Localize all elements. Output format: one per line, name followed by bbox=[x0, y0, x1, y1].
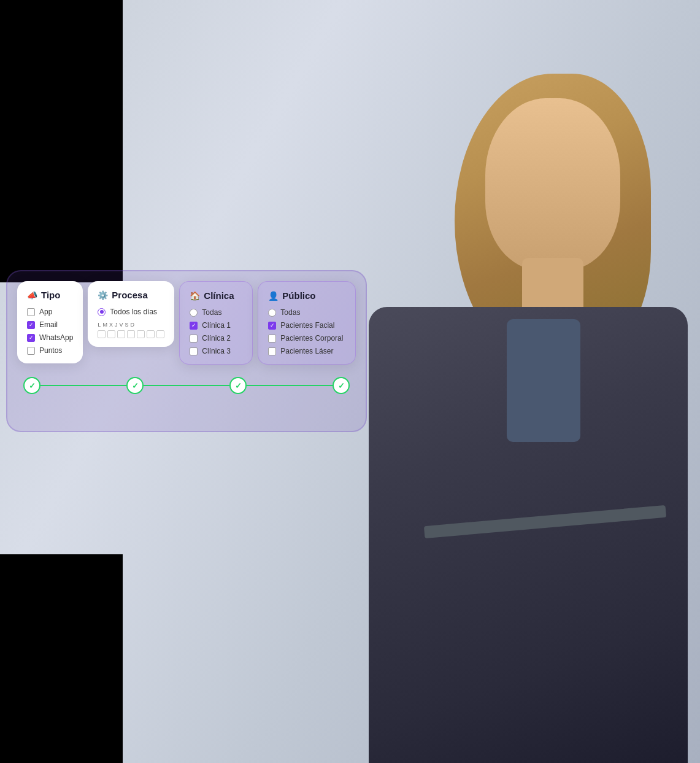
gear-icon: ⚙️ bbox=[98, 290, 108, 300]
clinica-1-checkbox[interactable] bbox=[190, 322, 198, 330]
clinica-3-label: Clínica 3 bbox=[202, 347, 231, 355]
cards-row: 📣 Tipo App Email WhatsApp bbox=[17, 281, 356, 365]
progress-connector-1 bbox=[40, 385, 126, 386]
day-v-checkbox[interactable] bbox=[137, 330, 145, 338]
clinica-2-label: Clínica 2 bbox=[202, 334, 231, 343]
procesa-card: ⚙️ Procesa Todos los días L M X J bbox=[88, 281, 174, 347]
day-m-checkbox[interactable] bbox=[107, 330, 115, 338]
procesa-card-title: Procesa bbox=[112, 290, 147, 300]
clinica-items: Todas Clínica 1 Clínica 2 Clínica 3 bbox=[190, 308, 242, 355]
tipo-whatsapp-item[interactable]: WhatsApp bbox=[27, 333, 73, 342]
procesa-card-header: ⚙️ Procesa bbox=[98, 290, 164, 300]
tipo-email-label: Email bbox=[39, 320, 58, 329]
person-icon: 👤 bbox=[268, 291, 279, 301]
tipo-whatsapp-label: WhatsApp bbox=[39, 333, 73, 342]
day-d-checkbox[interactable] bbox=[156, 330, 164, 338]
day-x-checkbox[interactable] bbox=[117, 330, 125, 338]
clinica-todas-item[interactable]: Todas bbox=[190, 308, 242, 317]
tipo-whatsapp-checkbox[interactable] bbox=[27, 334, 35, 342]
progress-connector-2 bbox=[144, 385, 229, 386]
tipo-puntos-item[interactable]: Puntos bbox=[27, 346, 73, 355]
publico-corporal-checkbox[interactable] bbox=[268, 335, 276, 343]
publico-corporal-item[interactable]: Pacientes Corporal bbox=[268, 334, 345, 343]
clinica-1-label: Clínica 1 bbox=[202, 321, 231, 330]
clinica-1-item[interactable]: Clínica 1 bbox=[190, 321, 242, 330]
clinica-todas-label: Todas bbox=[202, 308, 221, 317]
publico-todas-radio[interactable] bbox=[268, 309, 276, 317]
progress-step-3 bbox=[229, 377, 247, 394]
publico-card: 👤 Público Todas Pacientes Facial Pacient… bbox=[258, 281, 356, 365]
clinica-card: 🏠 Clínica Todas Clínica 1 Clínica 2 bbox=[179, 281, 253, 365]
tipo-email-checkbox[interactable] bbox=[27, 321, 35, 329]
days-labels-row: L M X J V S D bbox=[98, 322, 164, 328]
black-corner-bottom-left bbox=[0, 554, 123, 763]
days-checkboxes-row bbox=[98, 330, 164, 338]
tipo-items: App Email WhatsApp Puntos bbox=[27, 308, 73, 355]
ui-overlay-container: 📣 Tipo App Email WhatsApp bbox=[6, 270, 367, 432]
clinica-3-checkbox[interactable] bbox=[190, 347, 198, 355]
tipo-app-label: App bbox=[39, 308, 52, 316]
day-s-checkbox[interactable] bbox=[147, 330, 155, 338]
publico-facial-checkbox[interactable] bbox=[268, 322, 276, 330]
publico-laser-label: Pacientes Láser bbox=[280, 347, 333, 355]
procesa-todos-label: Todos los días bbox=[110, 308, 157, 316]
tipo-puntos-checkbox[interactable] bbox=[27, 347, 35, 355]
progress-step-4 bbox=[333, 377, 350, 394]
publico-laser-item[interactable]: Pacientes Láser bbox=[268, 347, 345, 355]
megaphone-icon: 📣 bbox=[27, 290, 37, 300]
clinica-todas-radio[interactable] bbox=[190, 309, 198, 317]
tipo-card-title: Tipo bbox=[41, 290, 60, 300]
day-l-checkbox[interactable] bbox=[98, 330, 106, 338]
filter-panel: 📣 Tipo App Email WhatsApp bbox=[6, 270, 367, 432]
black-corner-top-left bbox=[0, 0, 123, 282]
day-j-checkbox[interactable] bbox=[127, 330, 135, 338]
clinica-card-title: Clínica bbox=[204, 290, 234, 301]
publico-card-title: Público bbox=[282, 290, 315, 301]
tipo-card-header: 📣 Tipo bbox=[27, 290, 73, 300]
clinica-card-header: 🏠 Clínica bbox=[190, 290, 242, 301]
clinica-2-checkbox[interactable] bbox=[190, 335, 198, 343]
progress-connector-3 bbox=[247, 385, 333, 386]
publico-card-header: 👤 Público bbox=[268, 290, 345, 301]
tipo-puntos-label: Puntos bbox=[39, 346, 62, 355]
procesa-todos-item[interactable]: Todos los días bbox=[98, 308, 164, 316]
procesa-days: L M X J V S D bbox=[98, 320, 164, 338]
publico-facial-item[interactable]: Pacientes Facial bbox=[268, 321, 345, 330]
building-icon: 🏠 bbox=[190, 291, 200, 301]
tipo-app-checkbox[interactable] bbox=[27, 308, 35, 316]
progress-bar-container bbox=[17, 377, 356, 394]
publico-corporal-label: Pacientes Corporal bbox=[280, 334, 343, 343]
progress-step-1 bbox=[23, 377, 40, 394]
clinica-2-item[interactable]: Clínica 2 bbox=[190, 334, 242, 343]
procesa-items: Todos los días L M X J V S D bbox=[98, 308, 164, 338]
publico-todas-item[interactable]: Todas bbox=[268, 308, 345, 317]
progress-step-2 bbox=[126, 377, 144, 394]
tipo-app-item[interactable]: App bbox=[27, 308, 73, 316]
publico-laser-checkbox[interactable] bbox=[268, 347, 276, 355]
publico-facial-label: Pacientes Facial bbox=[280, 321, 334, 330]
tipo-email-item[interactable]: Email bbox=[27, 320, 73, 329]
clinica-3-item[interactable]: Clínica 3 bbox=[190, 347, 242, 355]
publico-items: Todas Pacientes Facial Pacientes Corpora… bbox=[268, 308, 345, 355]
procesa-todos-radio[interactable] bbox=[98, 308, 106, 316]
publico-todas-label: Todas bbox=[280, 308, 300, 317]
tipo-card: 📣 Tipo App Email WhatsApp bbox=[17, 281, 83, 363]
